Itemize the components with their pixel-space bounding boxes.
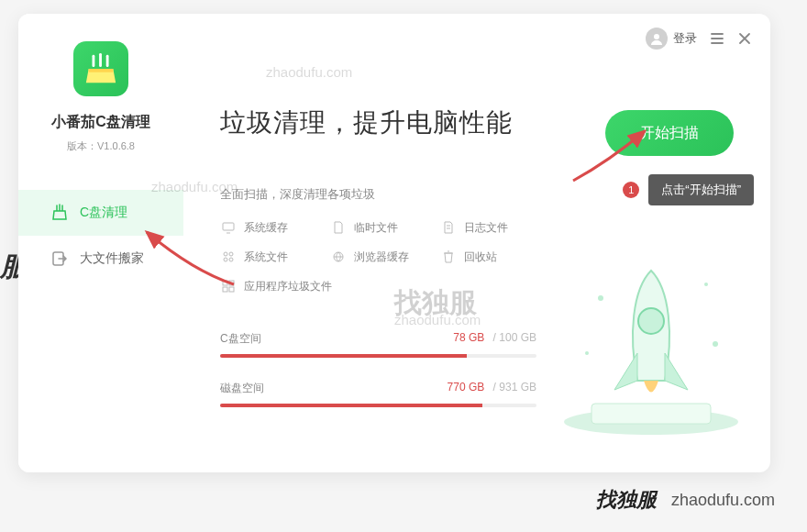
app-version: 版本：V1.0.6.8 [67, 139, 135, 153]
svg-rect-12 [229, 281, 234, 285]
disk-bar-fill [220, 404, 482, 407]
svg-point-6 [224, 252, 227, 256]
sidebar-item-c-clean[interactable]: C盘清理 [18, 190, 183, 236]
topbar: 登录 [646, 28, 752, 50]
svg-point-17 [638, 308, 664, 334]
app-title: 小番茄C盘清理 [51, 113, 150, 132]
svg-point-7 [229, 252, 233, 256]
disk-used: 770 GB [448, 381, 485, 393]
app-logo [73, 41, 128, 96]
close-icon[interactable] [737, 31, 752, 46]
disk-label: 磁盘空间 [220, 381, 264, 396]
category-item: 系统文件 [220, 249, 330, 265]
disk-total: / 100 GB [490, 331, 536, 344]
category-item: 回收站 [440, 249, 550, 265]
svg-rect-14 [229, 287, 234, 292]
disk-bar [220, 404, 536, 407]
disk-bar [220, 354, 536, 358]
monitor-icon [220, 219, 237, 236]
log-icon [440, 219, 457, 236]
svg-point-20 [713, 341, 718, 347]
file-icon [330, 219, 347, 236]
annotation-text: 点击“开始扫描” [661, 182, 741, 198]
login-label: 登录 [673, 30, 697, 47]
footer-url: zhaodufu.com [671, 491, 775, 510]
apps-icon [220, 278, 237, 294]
avatar-icon [646, 28, 668, 50]
svg-point-19 [704, 283, 708, 286]
svg-point-8 [224, 258, 227, 261]
start-scan-button[interactable]: 开始扫描 [605, 110, 734, 156]
disk-label: C盘空间 [220, 331, 261, 347]
broom-logo-icon [83, 51, 118, 86]
rocket-illustration [550, 234, 752, 445]
app-window: 小番茄C盘清理 版本：V1.0.6.8 C盘清理 大文件搬家 登录 [18, 14, 770, 472]
svg-rect-1 [99, 53, 102, 67]
category-item: 应用程序垃圾文件 [220, 278, 550, 294]
disk-bar-fill [220, 354, 467, 358]
disk-row-all: 磁盘空间 770 GB / 931 GB [220, 381, 536, 407]
svg-rect-2 [106, 55, 109, 67]
svg-point-18 [598, 295, 603, 301]
svg-rect-13 [223, 287, 227, 292]
sidebar-item-label: C盘清理 [80, 205, 127, 221]
svg-point-9 [229, 258, 233, 261]
sidebar: 小番茄C盘清理 版本：V1.0.6.8 C盘清理 大文件搬家 [18, 14, 183, 472]
disk-usage: C盘空间 78 GB / 100 GB 磁盘空间 770 GB / 931 GB [220, 331, 536, 407]
disk-total: / 931 GB [490, 381, 536, 393]
category-item: 临时文件 [330, 219, 440, 236]
disk-row-c: C盘空间 78 GB / 100 GB [220, 331, 536, 358]
svg-rect-11 [223, 281, 227, 285]
sidebar-item-bigfile[interactable]: 大文件搬家 [18, 236, 183, 282]
menu-icon[interactable] [710, 31, 724, 46]
login-button[interactable]: 登录 [646, 28, 697, 50]
svg-rect-16 [591, 404, 711, 424]
broom-icon [50, 204, 69, 222]
category-item: 日志文件 [440, 219, 550, 236]
annotation-tooltip: 1 点击“开始扫描” [648, 174, 754, 205]
disk-used: 78 GB [453, 331, 484, 344]
category-item: 系统缓存 [220, 219, 330, 236]
svg-rect-5 [223, 223, 234, 230]
svg-point-21 [585, 351, 589, 355]
footer-brand: 找独服 [596, 486, 657, 514]
move-icon [50, 249, 69, 268]
footer: 找独服 zhaodufu.com [596, 486, 775, 514]
trash-icon [440, 249, 457, 265]
system-icon [220, 249, 237, 265]
browser-icon [330, 249, 347, 265]
svg-point-4 [654, 34, 659, 39]
sidebar-item-label: 大文件搬家 [80, 250, 144, 267]
category-item: 浏览器缓存 [330, 249, 440, 265]
svg-rect-0 [93, 55, 95, 67]
main-panel: 登录 垃圾清理，提升电脑性能 开始扫描 全面扫描，深度清理各项垃圾 系统缓存 临… [183, 14, 770, 472]
